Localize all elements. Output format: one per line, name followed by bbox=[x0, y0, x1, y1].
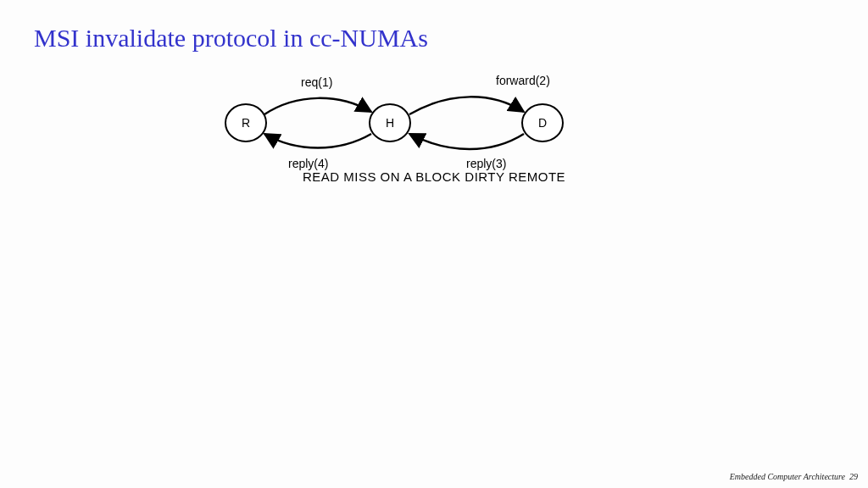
edge-reply3 bbox=[409, 134, 524, 149]
edge-forward bbox=[409, 97, 524, 114]
slide-title: MSI invalidate protocol in cc-NUMAs bbox=[34, 24, 428, 53]
node-h-label: H bbox=[386, 116, 394, 130]
slide-footer: Embedded Computer Architecture 29 bbox=[730, 472, 858, 481]
edge-reply4-label: reply(4) bbox=[288, 157, 328, 170]
protocol-diagram: R H D req(1) reply(4) forward(2) reply(3… bbox=[203, 68, 593, 186]
edge-req-label: req(1) bbox=[301, 75, 332, 89]
footer-page: 29 bbox=[849, 472, 858, 481]
footer-course: Embedded Computer Architecture bbox=[730, 472, 845, 481]
diagram-caption: READ MISS ON A BLOCK DIRTY REMOTE bbox=[0, 169, 868, 184]
node-r-label: R bbox=[242, 116, 250, 130]
edge-reply4 bbox=[264, 134, 371, 148]
node-d-label: D bbox=[538, 116, 547, 130]
edge-reply3-label: reply(3) bbox=[466, 157, 506, 170]
edge-req bbox=[264, 98, 371, 114]
edge-forward-label: forward(2) bbox=[496, 74, 550, 87]
